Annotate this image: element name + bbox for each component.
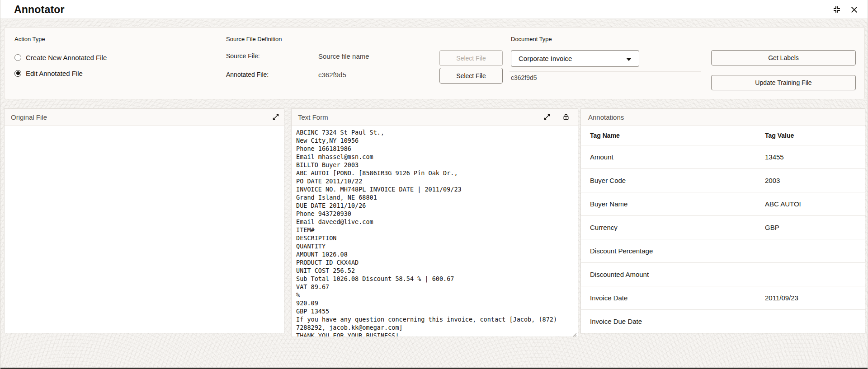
- close-button[interactable]: [849, 4, 859, 15]
- source-file-label: Source File:: [226, 52, 260, 60]
- expand-icon: [543, 113, 551, 122]
- original-file-panel: Original File: [4, 108, 284, 333]
- lock-text-form-button[interactable]: [561, 113, 571, 122]
- table-row[interactable]: Invoice Date2011/09/23: [581, 286, 865, 309]
- text-form-content[interactable]: ABCINC 7324 St Paul St., New City,NY 109…: [292, 126, 578, 336]
- text-form-body: ABCINC 7324 St Paul St., New City,NY 109…: [292, 126, 578, 336]
- tag-value-cell: 2003: [765, 177, 865, 184]
- action-type-label: Action Type: [14, 36, 45, 42]
- divider: [509, 71, 701, 72]
- close-icon: [850, 6, 858, 14]
- table-row[interactable]: Discounted Amount: [581, 262, 865, 286]
- table-row[interactable]: Buyer NameABC AUTOI: [581, 192, 865, 215]
- tag-name-cell: Invoice Due Date: [581, 318, 765, 325]
- table-row[interactable]: Invoice Due Date: [581, 309, 865, 333]
- text-form-panel: Text Form ABCINC 7324 St: [291, 108, 578, 336]
- get-labels-button[interactable]: Get Labels: [711, 50, 856, 65]
- exit-fullscreen-icon: [833, 5, 841, 14]
- titlebar: Annotator: [0, 0, 868, 19]
- select-source-file-button[interactable]: Select File: [439, 50, 503, 66]
- annotations-panel: Annotations Tag Name Tag Value Amount134…: [580, 108, 865, 333]
- expand-text-form-button[interactable]: [542, 113, 552, 122]
- radio-icon: [14, 54, 21, 61]
- tag-name-cell: Buyer Name: [581, 200, 765, 208]
- document-annotated-file-id: c362f9d5: [511, 74, 537, 81]
- table-row[interactable]: Buyer Code2003: [581, 168, 865, 192]
- radio-label: Edit Annotated File: [26, 70, 83, 77]
- radio-icon: [14, 70, 21, 77]
- tag-name-cell: Amount: [581, 153, 765, 161]
- table-row[interactable]: Amount13455: [581, 145, 865, 168]
- radio-label: Create New Annotated File: [26, 54, 107, 61]
- document-type-label: Document Type: [511, 36, 552, 42]
- update-training-file-button[interactable]: Update Training File: [711, 75, 856, 90]
- radio-create-new-annotated-file[interactable]: Create New Annotated File: [14, 52, 107, 63]
- lock-icon: [562, 113, 570, 122]
- annotator-form-card: Action Type Create New Annotated File Ed…: [4, 27, 865, 99]
- source-file-definition-label: Source File Definition: [226, 36, 282, 42]
- original-file-panel-header: Original File: [5, 109, 284, 126]
- annotator-window: Annotator Action Type Create New Annotat…: [0, 0, 868, 369]
- tag-value-cell: 2011/09/23: [765, 294, 865, 302]
- source-file-value: Source file name: [318, 52, 369, 60]
- tag-value-cell: ABC AUTOI: [765, 200, 865, 208]
- text-form-panel-header: Text Form: [292, 109, 578, 126]
- expand-original-file-button[interactable]: [271, 113, 280, 122]
- original-file-viewer: [5, 126, 284, 333]
- radio-edit-annotated-file[interactable]: Edit Annotated File: [14, 68, 83, 79]
- table-row[interactable]: CurrencyGBP: [581, 215, 865, 239]
- page-title: Annotator: [14, 0, 65, 19]
- tag-name-cell: Discounted Amount: [581, 271, 765, 278]
- annotations-title: Annotations: [581, 113, 624, 121]
- tag-value-column-header: Tag Value: [765, 132, 865, 139]
- tag-value-cell: GBP: [765, 224, 865, 231]
- tag-value-cell: 13455: [765, 153, 865, 161]
- select-annotated-file-button[interactable]: Select File: [439, 68, 503, 84]
- table-row[interactable]: Discount Percentage: [581, 239, 865, 262]
- tag-name-cell: Invoice Date: [581, 294, 765, 302]
- annotations-table-body: Amount13455Buyer Code2003Buyer NameABC A…: [581, 145, 865, 333]
- chevron-down-icon: [626, 58, 632, 61]
- annotations-panel-header: Annotations: [581, 109, 865, 126]
- exit-fullscreen-button[interactable]: [831, 4, 842, 15]
- tag-name-cell: Discount Percentage: [581, 247, 765, 255]
- tag-name-cell: Currency: [581, 224, 765, 231]
- annotations-table-header: Tag Name Tag Value: [581, 126, 865, 145]
- resize-grip-icon[interactable]: [572, 331, 576, 335]
- expand-icon: [272, 113, 279, 122]
- tag-name-column-header: Tag Name: [581, 132, 765, 139]
- tag-name-cell: Buyer Code: [581, 177, 765, 184]
- annotated-file-value: c362f9d5: [318, 71, 346, 79]
- document-type-selected-value: Corporate Invoice: [519, 55, 572, 62]
- text-form-title: Text Form: [292, 113, 328, 121]
- document-type-select[interactable]: Corporate Invoice: [511, 50, 639, 67]
- annotated-file-label: Annotated File:: [226, 71, 269, 78]
- original-file-title: Original File: [5, 113, 47, 121]
